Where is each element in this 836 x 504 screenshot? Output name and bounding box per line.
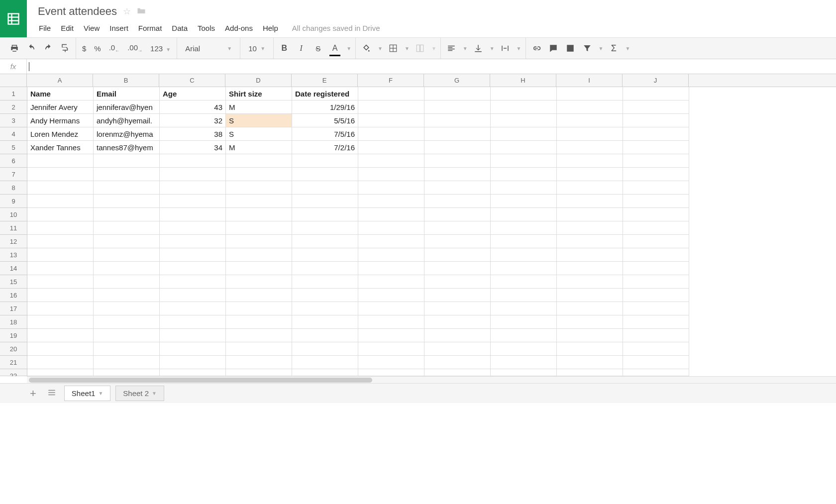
cell[interactable] [27, 208, 94, 221]
cell[interactable] [623, 329, 689, 342]
cell[interactable] [160, 221, 226, 235]
insert-link-icon[interactable] [530, 42, 543, 55]
cell[interactable] [623, 87, 689, 101]
cell[interactable] [27, 235, 94, 248]
cell[interactable] [491, 208, 557, 221]
cell[interactable] [226, 262, 292, 275]
col-header-e[interactable]: E [292, 74, 358, 87]
cell[interactable] [94, 181, 160, 195]
cell[interactable] [557, 342, 623, 356]
cell[interactable] [424, 262, 491, 275]
cell[interactable] [292, 315, 358, 329]
cell[interactable] [94, 221, 160, 235]
cell[interactable] [94, 315, 160, 329]
row-header[interactable]: 22 [0, 369, 27, 376]
cell[interactable] [94, 235, 160, 248]
cell[interactable] [424, 275, 491, 289]
folder-icon[interactable] [137, 6, 146, 17]
cell[interactable] [27, 315, 94, 329]
row-header[interactable]: 14 [0, 262, 27, 275]
borders-icon[interactable] [387, 42, 400, 55]
cell[interactable] [424, 87, 491, 101]
font-size-select[interactable]: 10 ▼ [244, 44, 269, 53]
cell[interactable]: tannes87@hyem [94, 141, 160, 154]
cell[interactable] [557, 141, 623, 154]
cell[interactable] [226, 221, 292, 235]
document-title[interactable]: Event attendees [38, 5, 117, 18]
cell[interactable] [226, 168, 292, 181]
cell[interactable] [94, 168, 160, 181]
cell[interactable]: 32 [160, 114, 226, 127]
cell[interactable]: jenniferav@hyen [94, 101, 160, 114]
cell[interactable] [623, 208, 689, 221]
cell[interactable]: Shirt size [226, 87, 292, 101]
row-header[interactable]: 20 [0, 342, 27, 356]
cell[interactable] [623, 248, 689, 262]
cell[interactable] [557, 101, 623, 114]
cell[interactable] [491, 154, 557, 168]
filter-icon[interactable] [581, 42, 594, 55]
row-header[interactable]: 16 [0, 289, 27, 302]
cell[interactable] [623, 141, 689, 154]
cell[interactable] [491, 342, 557, 356]
cell[interactable] [491, 101, 557, 114]
cell[interactable] [491, 275, 557, 289]
cell[interactable] [491, 289, 557, 302]
cell[interactable] [491, 248, 557, 262]
cell[interactable] [358, 315, 424, 329]
cell[interactable]: Email [94, 87, 160, 101]
cell[interactable] [358, 114, 424, 127]
cell[interactable] [557, 356, 623, 369]
cell[interactable] [557, 87, 623, 101]
cell[interactable]: M [226, 141, 292, 154]
cell[interactable] [160, 248, 226, 262]
cell[interactable] [424, 315, 491, 329]
cell[interactable] [491, 315, 557, 329]
cell[interactable] [160, 356, 226, 369]
formula-input[interactable] [29, 59, 836, 74]
cell[interactable] [226, 289, 292, 302]
cell[interactable] [623, 221, 689, 235]
cell[interactable] [491, 127, 557, 141]
functions-icon[interactable]: Σ [607, 42, 620, 55]
decrease-decimal-button[interactable]: .0← [107, 43, 122, 53]
cell[interactable]: Age [160, 87, 226, 101]
cell[interactable] [424, 356, 491, 369]
cell[interactable] [623, 262, 689, 275]
cell[interactable] [358, 221, 424, 235]
more-formats-button[interactable]: 123 ▼ [148, 44, 173, 53]
cell[interactable] [623, 101, 689, 114]
row-header[interactable]: 18 [0, 315, 27, 329]
cell[interactable] [226, 302, 292, 315]
menu-file[interactable]: File [34, 21, 56, 35]
cell[interactable]: Jennifer Avery [27, 101, 94, 114]
cell[interactable] [94, 154, 160, 168]
cell[interactable] [292, 289, 358, 302]
cell[interactable] [27, 221, 94, 235]
cell[interactable]: S [226, 127, 292, 141]
cell[interactable] [292, 208, 358, 221]
insert-chart-icon[interactable] [564, 42, 577, 55]
cells-area[interactable]: NameEmailAgeShirt sizeDate registeredJen… [27, 87, 689, 376]
cell[interactable] [27, 248, 94, 262]
increase-decimal-button[interactable]: .00→ [125, 43, 144, 53]
cell[interactable] [292, 329, 358, 342]
cell[interactable] [424, 329, 491, 342]
row-header[interactable]: 21 [0, 356, 27, 369]
cell[interactable] [27, 342, 94, 356]
cell[interactable] [160, 195, 226, 208]
select-all-corner[interactable] [0, 74, 27, 87]
cell[interactable] [623, 235, 689, 248]
cell[interactable] [557, 315, 623, 329]
cell[interactable] [27, 154, 94, 168]
cell[interactable] [94, 275, 160, 289]
add-sheet-button[interactable]: + [27, 387, 39, 400]
cell[interactable] [557, 262, 623, 275]
cell[interactable] [292, 275, 358, 289]
cell[interactable] [623, 181, 689, 195]
col-header-c[interactable]: C [159, 74, 225, 87]
cell[interactable]: Andy Hermans [27, 114, 94, 127]
cell[interactable] [292, 221, 358, 235]
cell[interactable] [557, 302, 623, 315]
cell[interactable]: 34 [160, 141, 226, 154]
